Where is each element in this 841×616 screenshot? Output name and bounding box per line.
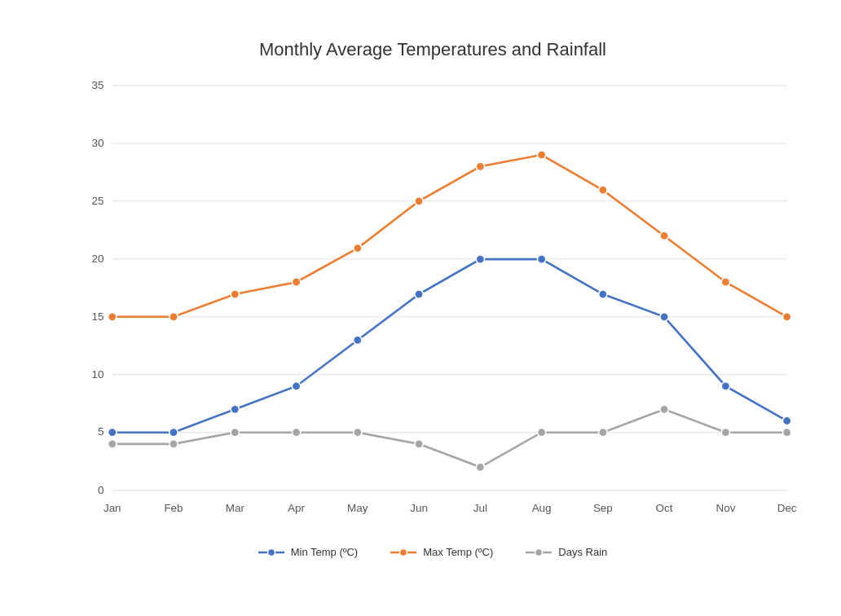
svg-text:Sep: Sep [593,502,613,514]
svg-point-50 [721,278,729,286]
legend-days-rain-label: Days Rain [558,546,607,558]
svg-point-46 [476,162,484,170]
svg-point-34 [476,255,484,263]
svg-text:Dec: Dec [777,502,797,514]
svg-text:Nov: Nov [716,502,735,514]
svg-text:Jan: Jan [103,502,121,514]
svg-point-51 [782,313,790,321]
svg-text:May: May [347,502,368,514]
svg-text:15: 15 [91,310,103,323]
svg-point-40 [108,313,117,321]
svg-point-58 [476,463,484,471]
svg-point-47 [537,151,545,159]
chart-area: 0 5 10 15 20 25 30 35 Jan Feb Mar Apr Ma… [70,77,795,533]
svg-point-43 [292,278,300,286]
svg-text:Mar: Mar [226,502,245,514]
legend-days-rain: Days Rain [526,546,607,558]
svg-point-60 [599,429,607,437]
legend-max-temp-label: Max Temp (ºC) [423,546,493,558]
chart-container: Monthly Average Temperatures and Rainfal… [21,23,820,593]
svg-point-45 [415,197,423,205]
svg-text:20: 20 [91,253,103,265]
svg-point-48 [599,186,607,194]
svg-text:Feb: Feb [164,502,183,514]
svg-point-28 [108,429,117,437]
svg-text:0: 0 [98,484,103,496]
svg-point-39 [782,416,790,425]
svg-text:5: 5 [98,425,103,438]
legend-max-temp: Max Temp (ºC) [390,546,493,558]
chart-svg: 0 5 10 15 20 25 30 35 Jan Feb Mar Apr Ma… [70,77,795,533]
svg-point-67 [400,548,407,556]
svg-text:35: 35 [91,79,103,91]
svg-point-63 [782,429,790,437]
svg-text:Jul: Jul [473,502,487,514]
svg-point-69 [535,548,543,556]
svg-point-54 [231,429,239,437]
svg-text:Apr: Apr [288,502,305,514]
chart-legend: Min Temp (ºC) Max Temp (ºC) Days Rain [70,546,795,558]
legend-min-temp: Min Temp (ºC) [258,546,359,558]
svg-point-44 [354,244,362,252]
svg-point-37 [660,313,668,321]
svg-point-33 [415,290,423,298]
svg-point-52 [108,440,117,448]
svg-point-35 [537,255,545,263]
svg-point-32 [354,336,362,344]
svg-point-29 [170,429,178,437]
svg-text:30: 30 [91,137,103,149]
svg-point-36 [599,290,607,298]
svg-point-56 [354,429,362,437]
svg-point-42 [231,290,239,298]
svg-text:10: 10 [91,368,103,381]
svg-point-65 [267,548,275,556]
svg-point-57 [415,440,423,448]
svg-point-30 [231,405,239,413]
svg-point-61 [660,405,668,413]
svg-point-31 [292,382,300,390]
svg-point-55 [292,429,300,437]
legend-min-temp-label: Min Temp (ºC) [291,546,359,558]
svg-point-62 [721,429,729,437]
svg-text:25: 25 [91,195,103,207]
svg-text:Aug: Aug [532,502,552,514]
svg-text:Oct: Oct [656,502,673,514]
svg-point-53 [170,440,178,448]
chart-title: Monthly Average Temperatures and Rainfal… [70,39,795,60]
svg-point-38 [721,382,729,390]
svg-point-49 [660,231,668,240]
svg-point-41 [170,313,178,321]
svg-point-59 [537,429,545,437]
svg-text:Jun: Jun [410,502,428,514]
